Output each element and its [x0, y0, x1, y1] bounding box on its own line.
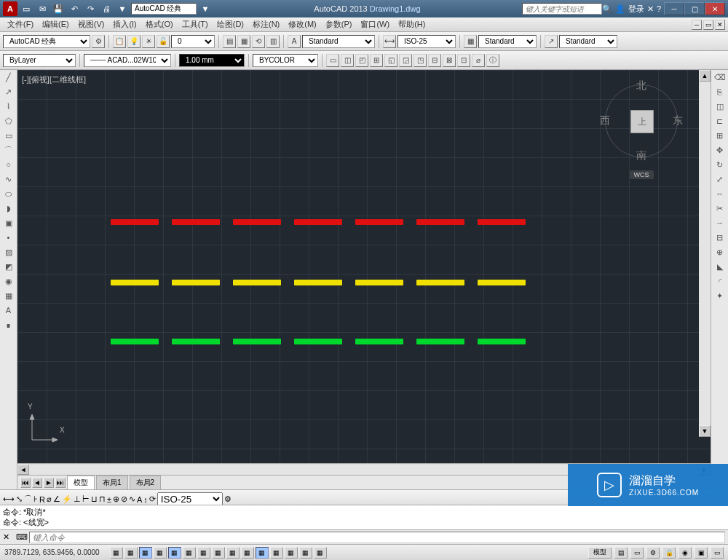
bulb-icon[interactable]: 💡: [127, 35, 141, 48]
status-toggle-ort[interactable]: ▦: [154, 547, 167, 559]
viewcube-top[interactable]: 上: [630, 110, 654, 133]
new-icon[interactable]: ▭: [19, 2, 33, 15]
rotate-icon[interactable]: ↻: [711, 157, 728, 172]
workspace-dropdown[interactable]: AutoCAD 经典: [3, 35, 90, 48]
dim-aligned-icon[interactable]: ⤡: [16, 494, 23, 504]
dim-edit-icon[interactable]: A: [137, 495, 142, 504]
linetype-dropdown[interactable]: ─── ACAD...02W10(: [84, 54, 171, 67]
mleader-style-dropdown[interactable]: Standard: [559, 35, 617, 48]
viewcube-south[interactable]: 南: [636, 149, 646, 162]
viewport3-icon[interactable]: ◰: [355, 54, 368, 67]
gradient-icon[interactable]: ◩: [0, 259, 17, 274]
viewcube-wcs[interactable]: WCS: [630, 170, 654, 179]
layer-states-icon[interactable]: ▤: [223, 35, 236, 48]
text-style-icon[interactable]: A: [288, 35, 301, 48]
layer-dropdown[interactable]: 0: [171, 35, 215, 48]
undo-icon[interactable]: ↶: [67, 2, 82, 15]
status-toggle-osn[interactable]: ▦: [183, 547, 196, 559]
doc-close-button[interactable]: ✕: [715, 20, 725, 30]
menu-dimension[interactable]: 标注(N): [248, 17, 284, 31]
status-toggle-am[interactable]: ▦: [314, 547, 327, 559]
plotstyle-dropdown[interactable]: BYCOLOR: [253, 54, 318, 67]
open-icon[interactable]: ✉: [35, 2, 50, 15]
menu-edit[interactable]: 编辑(E): [38, 17, 74, 31]
dim-angular-icon[interactable]: ∠: [53, 494, 60, 504]
mleader-style-icon[interactable]: ↗: [545, 35, 558, 48]
help-icon[interactable]: ?: [657, 4, 661, 13]
table-icon[interactable]: ▦: [0, 288, 17, 303]
viewport5-icon[interactable]: ◱: [384, 54, 397, 67]
dim-center-icon[interactable]: ⊕: [113, 494, 119, 504]
workspace-selector[interactable]: [131, 3, 197, 15]
lock-icon[interactable]: 🔓: [157, 35, 170, 48]
dim-tolerance-icon[interactable]: ±: [107, 495, 111, 504]
model-space-button[interactable]: 模型: [588, 547, 612, 559]
arc-icon[interactable]: ⌒: [0, 143, 17, 157]
exchange-icon[interactable]: ✕: [647, 4, 654, 14]
dim-linear-icon[interactable]: ⟷: [3, 494, 15, 504]
isolate-icon[interactable]: ▣: [695, 547, 708, 559]
polygon-icon[interactable]: ⬠: [0, 114, 17, 128]
viewport10-icon[interactable]: ⊡: [457, 54, 470, 67]
copy-icon[interactable]: ⎘: [711, 84, 728, 99]
dim-diameter-icon[interactable]: ⌀: [47, 494, 52, 504]
dim-space-icon[interactable]: ⊔: [91, 494, 98, 504]
status-toggle-grd[interactable]: ▦: [139, 547, 152, 559]
erase-icon[interactable]: ⌫: [711, 70, 728, 84]
mtext-icon[interactable]: ∎: [0, 318, 17, 332]
app-logo[interactable]: A: [3, 1, 17, 16]
menu-format[interactable]: 格式(O): [141, 17, 178, 31]
tab-model[interactable]: 模型: [67, 476, 95, 490]
text-style-dropdown[interactable]: Standard: [302, 35, 375, 48]
explode-icon[interactable]: ✦: [711, 288, 728, 303]
command-input[interactable]: [29, 532, 725, 543]
status-toggle-dyn[interactable]: ▦: [241, 547, 254, 559]
workspace-switch-icon[interactable]: ⚙: [646, 547, 660, 559]
drawing-canvas[interactable]: [-][俯视][二维线框] 北 南 东 西 上 WCS Y X: [17, 70, 711, 463]
layer-match-icon[interactable]: ▥: [266, 35, 280, 48]
close-button[interactable]: ✕: [705, 2, 725, 15]
view-label[interactable]: [-][俯视][二维线框]: [22, 74, 86, 85]
command-close-icon[interactable]: ✕: [3, 532, 13, 543]
toolbar-lock-icon[interactable]: 🔒: [662, 547, 676, 559]
menu-window[interactable]: 窗口(W): [356, 17, 394, 31]
print-icon[interactable]: 🖨: [99, 2, 114, 15]
viewport4-icon[interactable]: ⊞: [370, 54, 383, 67]
clean-screen-icon[interactable]: ▭: [711, 547, 724, 559]
viewcube-west[interactable]: 西: [600, 114, 610, 127]
dim-ordinate-icon[interactable]: ⊦: [33, 494, 38, 504]
status-toggle-inf[interactable]: ▦: [110, 547, 123, 559]
status-toggle-snp[interactable]: ▦: [124, 547, 138, 559]
break-icon[interactable]: ⊟: [711, 230, 728, 245]
dim-arc-icon[interactable]: ⌒: [24, 494, 32, 505]
fillet-icon[interactable]: ◜: [711, 274, 728, 288]
tab-layout2[interactable]: 布局2: [130, 476, 162, 490]
menu-tools[interactable]: 工具(T): [178, 17, 213, 31]
offset-icon[interactable]: ⊏: [711, 114, 728, 128]
text-icon[interactable]: A: [0, 303, 17, 318]
maximize-button[interactable]: ▢: [684, 2, 705, 15]
menu-file[interactable]: 文件(F): [3, 17, 38, 31]
rectangle-icon[interactable]: ▭: [0, 128, 17, 143]
tab-next-icon[interactable]: ►: [44, 478, 54, 488]
login-label[interactable]: 登录: [628, 4, 644, 15]
dim-continue-icon[interactable]: ⊢: [82, 494, 90, 504]
table-style-dropdown[interactable]: Standard: [478, 35, 537, 48]
sun-icon[interactable]: ☀: [142, 35, 155, 48]
layer-prev-icon[interactable]: ⟲: [252, 35, 265, 48]
dashed-line[interactable]: [111, 219, 526, 225]
viewport11-icon[interactable]: ⌀: [472, 54, 485, 67]
tab-layout1[interactable]: 布局1: [96, 476, 128, 490]
search-input[interactable]: [522, 3, 602, 15]
scroll-left-icon[interactable]: ◄: [17, 465, 29, 475]
viewport6-icon[interactable]: ◲: [399, 54, 412, 67]
dim-style-dropdown[interactable]: ISO-25: [397, 35, 456, 48]
minimize-button[interactable]: ─: [664, 2, 684, 15]
search-icon[interactable]: 🔍: [602, 4, 612, 14]
spline-icon[interactable]: ∿: [0, 172, 17, 186]
join-icon[interactable]: ⊕: [711, 245, 728, 259]
scroll-up-icon[interactable]: ▲: [699, 70, 711, 82]
dim-style-icon[interactable]: ⟷: [383, 35, 396, 48]
menu-modify[interactable]: 修改(M): [284, 17, 321, 31]
viewport8-icon[interactable]: ⊟: [428, 54, 441, 67]
